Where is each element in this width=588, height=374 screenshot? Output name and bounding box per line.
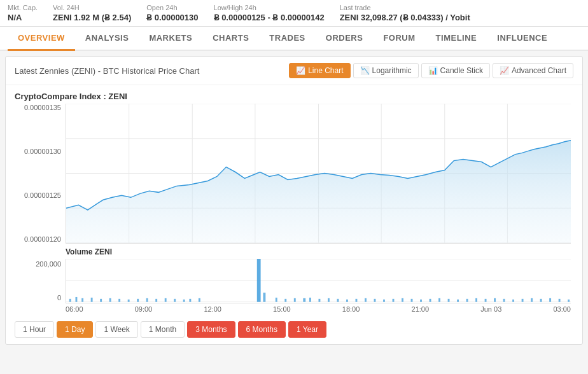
svg-rect-19 [100,299,102,302]
y-label-3: 0.00000125 [24,191,61,199]
svg-rect-20 [109,298,111,302]
btn-1month[interactable]: 1 Month [141,321,185,338]
volume-chart: 200,000 0 [66,259,571,303]
svg-rect-31 [257,259,261,302]
line-chart-label: Line Chart [308,66,343,75]
svg-rect-37 [309,298,311,302]
svg-rect-47 [402,298,403,302]
x-label-1: 06:00 [66,305,83,313]
y-label-4: 0.00000120 [24,235,61,243]
svg-rect-32 [263,293,265,302]
tab-orders[interactable]: ORDERS [316,27,374,51]
svg-rect-61 [531,298,533,302]
svg-rect-33 [276,298,277,302]
tab-markets[interactable]: MARKETS [139,27,202,51]
line-chart-icon: 📈 [296,66,305,75]
open24h-stat: Open 24h Ƀ 0.00000130 [146,4,198,22]
svg-rect-30 [199,298,200,302]
price-chart-wrapper: 0.00000135 0.00000130 0.00000125 0.00000… [15,104,573,244]
volume-svg [66,259,571,302]
svg-rect-65 [568,300,570,302]
svg-rect-25 [155,299,157,302]
svg-rect-64 [559,299,561,302]
svg-rect-34 [284,299,286,302]
chart-subtitle: CryptoCompare Index : ZENI [15,92,573,101]
vol-y-label-1: 200,000 [36,260,61,268]
mkt-cap-label: Mkt. Cap. [8,4,38,11]
volume-chart-wrapper: 200,000 0 [15,259,573,303]
svg-rect-48 [411,299,413,302]
btn-1hour[interactable]: 1 Hour [15,321,54,338]
svg-rect-18 [91,298,93,302]
svg-rect-23 [137,299,139,302]
svg-rect-22 [128,300,130,302]
svg-rect-49 [420,300,422,302]
tab-charts[interactable]: CHARTS [202,27,259,51]
svg-rect-35 [294,298,296,302]
svg-rect-55 [475,298,477,302]
x-label-6: 21:00 [412,305,430,313]
svg-rect-58 [503,299,505,302]
open24h-label: Open 24h [146,4,198,11]
svg-rect-45 [383,300,385,302]
svg-rect-46 [393,299,395,302]
lowhigh-stat: Low/High 24h Ƀ 0.00000125 - Ƀ 0.00000142 [214,4,325,22]
svg-rect-15 [69,299,71,302]
svg-rect-40 [337,299,339,302]
top-bar: Mkt. Cap. N/A Vol. 24H ZENI 1.92 M (Ƀ 2.… [0,0,588,27]
volume-subtitle: Volume ZENI [66,247,573,256]
x-label-8: 03:00 [553,305,571,313]
btn-3months[interactable]: 3 Months [187,321,235,338]
svg-rect-42 [356,299,358,302]
mkt-cap-stat: Mkt. Cap. N/A [8,4,38,22]
advanced-label: Advanced Chart [512,66,566,75]
svg-rect-38 [319,299,321,302]
svg-rect-29 [189,299,191,302]
btn-1day[interactable]: 1 Day [57,321,93,338]
tab-analysis[interactable]: ANALYSIS [75,27,139,51]
y-label-2: 0.00000130 [24,148,61,155]
svg-rect-50 [430,299,431,302]
tab-overview[interactable]: OVERVIEW [8,27,75,51]
x-label-4: 15:00 [273,305,291,313]
candle-label: Candle Stick [440,66,483,75]
btn-1year[interactable]: 1 Year [288,321,326,338]
svg-rect-36 [303,298,305,302]
lowhigh-value: Ƀ 0.00000125 - Ƀ 0.00000142 [214,13,325,22]
chart-area: CryptoCompare Index : ZENI 0.00000135 0.… [6,85,582,315]
tab-forum[interactable]: FORUM [373,27,425,51]
btn-line-chart[interactable]: 📈 Line Chart [289,63,350,78]
candle-icon: 📊 [428,66,438,75]
vol24h-stat: Vol. 24H ZENI 1.92 M (Ƀ 2.54) [53,4,131,22]
svg-rect-54 [466,299,468,302]
lowhigh-label: Low/High 24h [214,4,325,11]
svg-rect-44 [374,299,376,302]
svg-rect-16 [76,297,78,302]
lasttrade-label: Last trade [340,4,470,11]
log-label: Logarithmic [372,66,412,75]
svg-rect-21 [118,299,120,302]
x-label-2: 09:00 [135,305,153,313]
chart-title: Latest Zennies (ZENI) - BTC Historical P… [15,66,199,76]
main-content: Latest Zennies (ZENI) - BTC Historical P… [5,56,583,345]
btn-1week[interactable]: 1 Week [95,321,137,338]
y-label-1: 0.00000135 [24,104,61,111]
price-svg [66,104,571,243]
x-label-3: 12:00 [204,305,221,313]
advanced-icon: 📈 [500,66,509,75]
btn-advanced-chart[interactable]: 📈 Advanced Chart [493,63,573,78]
svg-rect-27 [174,299,176,302]
tab-timeline[interactable]: TIMELINE [426,27,487,51]
lasttrade-stat: Last trade ZENI 32,098.27 (Ƀ 0.04333) / … [340,4,470,22]
btn-candle-stick[interactable]: 📊 Candle Stick [421,63,490,78]
btn-logarithmic[interactable]: 📉 Logarithmic [353,63,419,78]
price-chart: 0.00000135 0.00000130 0.00000125 0.00000… [66,104,571,244]
mkt-cap-value: N/A [8,13,38,22]
tab-influence[interactable]: INFLUENCE [487,27,557,51]
btn-6months[interactable]: 6 Months [238,321,286,338]
svg-rect-28 [183,300,185,302]
svg-rect-62 [540,299,542,302]
svg-rect-52 [448,299,450,302]
time-range: 1 Hour 1 Day 1 Week 1 Month 3 Months 6 M… [6,315,582,344]
tab-trades[interactable]: TRADES [259,27,315,51]
